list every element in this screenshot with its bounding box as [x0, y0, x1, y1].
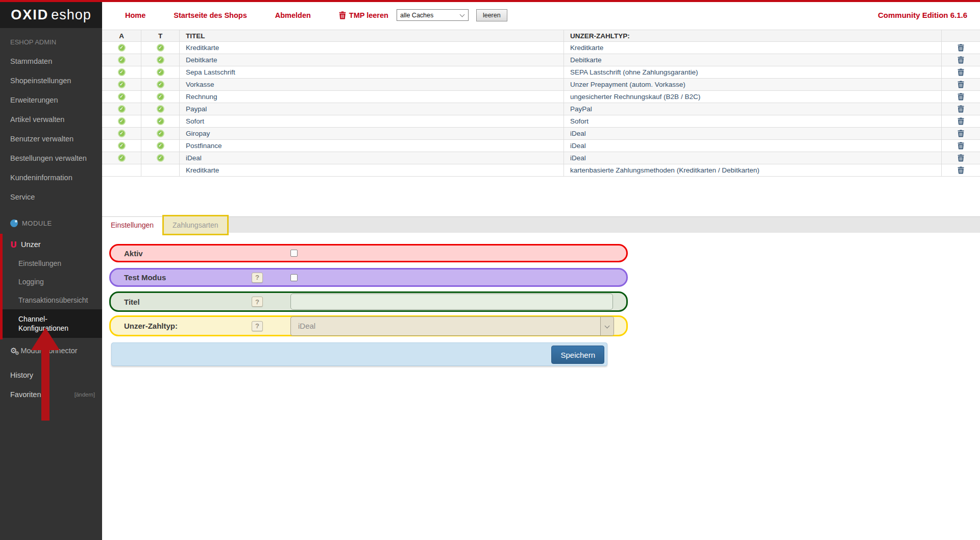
test-cell: [141, 42, 180, 54]
delete-row-button[interactable]: [958, 166, 964, 174]
delete-row-button[interactable]: [958, 130, 964, 137]
active-check-icon: [118, 56, 126, 64]
delete-row-button[interactable]: [958, 117, 964, 125]
sidebar-item-kundeninformation[interactable]: Kundeninformation: [0, 168, 102, 187]
unzer-label: Unzer: [21, 240, 41, 249]
title-cell: Paypal: [180, 103, 564, 115]
delete-row-button[interactable]: [958, 154, 964, 162]
active-cell: [102, 42, 141, 54]
paytype-cell: Sofort: [564, 115, 942, 128]
delete-row-button[interactable]: [958, 68, 964, 76]
sidebar-item-history[interactable]: History: [0, 365, 102, 385]
active-check-icon: [118, 142, 126, 150]
favoriten-edit-link[interactable]: [ändern]: [75, 391, 102, 398]
module-icon: [10, 219, 18, 227]
active-cell: [102, 103, 141, 115]
zahltyp-label: Unzer-Zahltyp:: [124, 322, 252, 330]
nav-shop-start-link[interactable]: Startseite des Shops: [174, 11, 247, 19]
sidebar-item-service[interactable]: Service: [0, 187, 102, 207]
titel-input[interactable]: [290, 293, 613, 310]
active-cell: [102, 140, 141, 152]
zahltyp-row: Unzer-Zahltyp: ? iDeal: [109, 315, 628, 336]
sidebar-item-artikel-verwalten[interactable]: Artikel verwalten: [0, 110, 102, 129]
table-row[interactable]: SofortSofort: [102, 115, 980, 128]
test-check-icon: [157, 142, 164, 150]
active-check-icon: [118, 105, 126, 113]
titel-help-button[interactable]: ?: [252, 297, 263, 307]
favoriten-label: Favoriten: [10, 390, 41, 399]
delete-row-button[interactable]: [958, 105, 964, 113]
zahltyp-help-button[interactable]: ?: [252, 321, 263, 331]
nav-home-link[interactable]: Home: [125, 11, 145, 19]
payment-table-body: KreditkarteKreditkarte DebitkarteDebitka…: [102, 42, 980, 177]
active-check-icon: [118, 68, 126, 76]
sidebar-item-erweiterungen[interactable]: Erweiterungen: [0, 90, 102, 110]
cache-select[interactable]: alle Caches: [397, 9, 469, 21]
save-button[interactable]: Speichern: [551, 346, 604, 364]
delete-cell: [942, 42, 980, 54]
test-modus-checkbox[interactable]: [290, 274, 298, 281]
title-cell: Debitkarte: [180, 54, 564, 66]
sidebar-subitem-einstellungen[interactable]: Einstellungen: [0, 254, 102, 273]
chevron-down-icon: [605, 324, 610, 329]
table-row[interactable]: PaypalPayPal: [102, 103, 980, 115]
top-red-line: [0, 0, 980, 2]
delete-cell: [942, 164, 980, 177]
header-active: A: [102, 30, 141, 42]
active-cell: [102, 91, 141, 103]
table-row[interactable]: iDealiDeal: [102, 152, 980, 164]
delete-row-button[interactable]: [958, 81, 964, 88]
sidebar-item-stammdaten[interactable]: Stammdaten: [0, 52, 102, 71]
title-cell: Sepa Lastschrift: [180, 66, 564, 79]
test-cell: [141, 79, 180, 91]
sidebar-section-module[interactable]: MODULE: [0, 213, 102, 233]
table-row[interactable]: Kreditkartekartenbasierte Zahlungsmethod…: [102, 164, 980, 177]
cache-clear-button[interactable]: leeren: [476, 9, 507, 21]
select-arrow-box: [600, 317, 614, 335]
delete-cell: [942, 103, 980, 115]
test-check-icon: [157, 105, 164, 113]
paytype-cell: Kreditkarte: [564, 42, 942, 54]
title-cell: Sofort: [180, 115, 564, 128]
paytype-cell: iDeal: [564, 152, 942, 164]
sidebar-item-shopeinstellungen[interactable]: Shopeinstellungen: [0, 71, 102, 90]
delete-row-button[interactable]: [958, 56, 964, 64]
table-header-row: A T TITEL UNZER-ZAHLTYP:: [102, 30, 980, 42]
nav-logout-link[interactable]: Abmelden: [275, 11, 311, 19]
delete-cell: [942, 115, 980, 128]
tmp-clear-link[interactable]: TMP leeren: [339, 11, 388, 19]
sidebar-item-bestellungen-verwalten[interactable]: Bestellungen verwalten: [0, 149, 102, 168]
module-section-label: MODULE: [22, 219, 52, 227]
aktiv-label: Aktiv: [124, 249, 252, 258]
tab-zahlungsarten[interactable]: Zahlungsarten: [162, 215, 229, 235]
delete-row-button[interactable]: [958, 142, 964, 150]
active-cell: [102, 66, 141, 79]
table-row[interactable]: VorkasseUnzer Prepayment (autom. Vorkass…: [102, 79, 980, 91]
table-row[interactable]: PostfinanceiDeal: [102, 140, 980, 152]
active-cell: [102, 152, 141, 164]
test-check-icon: [157, 117, 164, 125]
sidebar-item-favoriten[interactable]: Favoriten [ändern]: [0, 385, 102, 404]
table-row[interactable]: KreditkarteKreditkarte: [102, 42, 980, 54]
sidebar-subitem-logging[interactable]: Logging: [0, 273, 102, 291]
delete-row-button[interactable]: [958, 44, 964, 52]
paytype-cell: kartenbasierte Zahlungsmethoden (Kreditk…: [564, 164, 942, 177]
test-modus-help-button[interactable]: ?: [252, 273, 263, 283]
sidebar-subitem-transaktions-bersicht[interactable]: Transaktionsübersicht: [0, 291, 102, 309]
table-row[interactable]: GiropayiDeal: [102, 128, 980, 140]
table-row[interactable]: Sepa LastschriftSEPA Lastschrift (ohne Z…: [102, 66, 980, 79]
table-row[interactable]: Rechnungungesicherter Rechnungskauf (B2B…: [102, 91, 980, 103]
table-row[interactable]: DebitkarteDebitkarte: [102, 54, 980, 66]
sidebar-item-unzer[interactable]: U Unzer: [0, 235, 102, 254]
sidebar-item-benutzer-verwalten[interactable]: Benutzer verwalten: [0, 129, 102, 149]
test-cell: [141, 164, 180, 177]
delete-cell: [942, 152, 980, 164]
test-modus-label: Test Modus: [124, 273, 252, 282]
title-cell: Giropay: [180, 128, 564, 140]
aktiv-checkbox[interactable]: [290, 250, 298, 257]
paytype-cell: PayPal: [564, 103, 942, 115]
delete-row-button[interactable]: [958, 93, 964, 101]
zahltyp-select[interactable]: iDeal: [290, 316, 614, 336]
tab-einstellungen[interactable]: Einstellungen: [102, 217, 162, 233]
active-check-icon: [118, 154, 126, 162]
